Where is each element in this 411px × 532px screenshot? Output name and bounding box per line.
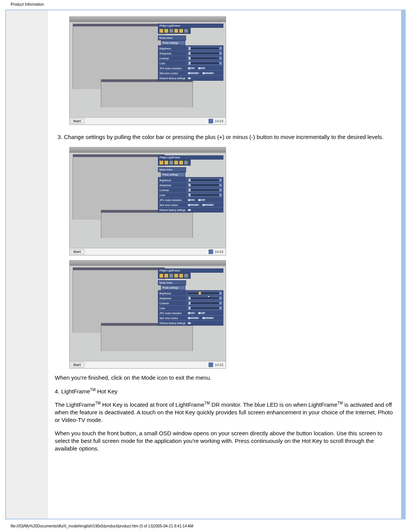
- left-gutter: [6, 10, 48, 519]
- screenshot-1: Philips LightFrame Mode menu Photo setti…: [69, 16, 226, 125]
- page-header: Product Information: [0, 0, 411, 6]
- restore-option[interactable]: [187, 77, 222, 80]
- tray-icon: [209, 119, 213, 123]
- brightness-slider[interactable]: [187, 47, 222, 50]
- jpg-noise-option[interactable]: OnOff: [187, 67, 222, 70]
- contrast-slider[interactable]: [187, 57, 222, 60]
- step-list: Change settings by pulling the color bar…: [64, 133, 394, 141]
- step-3: Change settings by pulling the color bar…: [64, 133, 394, 141]
- clock: 14:22: [215, 119, 223, 123]
- color-slider[interactable]: [187, 62, 222, 65]
- panel-icons: [158, 28, 191, 34]
- lightframe-panel: Philips LightFrame Mode menu Photo setti…: [158, 24, 223, 81]
- skin-tone-option[interactable]: EnableDisable: [187, 72, 222, 75]
- finish-text: When you're finished, click on the Mode …: [55, 374, 394, 382]
- sharpness-slider[interactable]: [187, 52, 222, 55]
- section-4-heading: 4. LightFrameTM Hot Key: [55, 387, 394, 395]
- hotkey-para: The LightFrameTM Hot Key is located at f…: [55, 401, 394, 424]
- content-frame: Philips LightFrame Mode menu Photo setti…: [5, 10, 406, 519]
- mode-menu: Mode menu: [158, 35, 186, 40]
- osd-para: When you touch the front button, a small…: [55, 430, 394, 453]
- footer-path: file:///D|/My%20Documents/dfu/X_model/en…: [0, 522, 411, 528]
- taskbar: Start 14:22: [70, 117, 226, 125]
- main-content: Philips LightFrame Mode menu Photo setti…: [48, 10, 401, 519]
- screenshot-2: Philips LightFrame Mode menu Photo setti…: [69, 147, 226, 256]
- panel-title: Philips LightFrame: [158, 24, 223, 28]
- screenshot-3: Philips LightFrame Mode menu Photo setti…: [69, 260, 226, 369]
- photo-settings: Photo settings: [161, 40, 185, 45]
- right-edge: [401, 10, 405, 519]
- start-button[interactable]: Start: [70, 118, 84, 124]
